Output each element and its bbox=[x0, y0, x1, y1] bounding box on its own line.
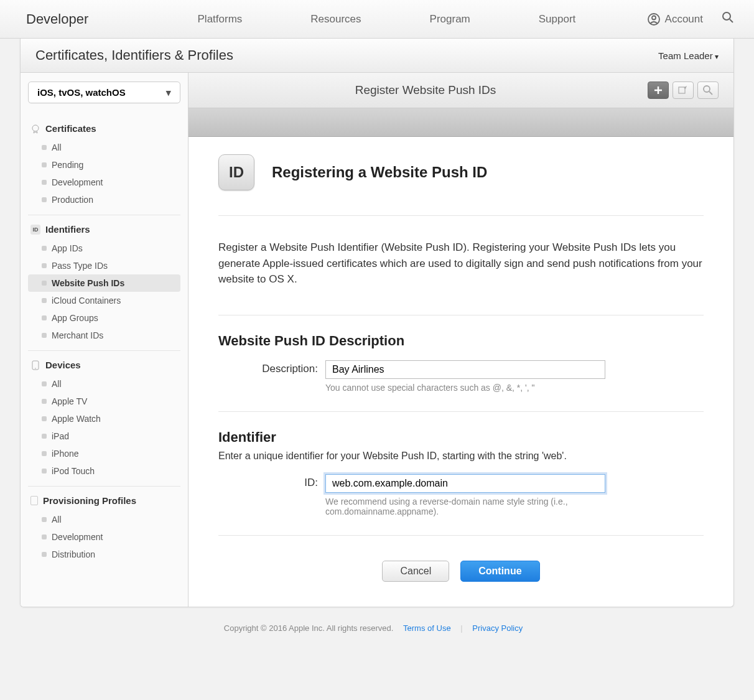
id-badge-icon: ID bbox=[30, 225, 40, 235]
svg-line-9 bbox=[709, 91, 712, 95]
sidebar-item-prov-all[interactable]: All bbox=[28, 511, 180, 528]
continue-button[interactable]: Continue bbox=[460, 561, 539, 582]
button-row: Cancel Continue bbox=[218, 536, 704, 582]
bullet-icon bbox=[42, 315, 47, 320]
sidebar-item-dev-all[interactable]: All bbox=[28, 375, 180, 393]
bullet-icon bbox=[42, 180, 47, 185]
sidebar-item-dev-applewatch[interactable]: Apple Watch bbox=[28, 410, 180, 427]
copyright: Copyright © 2016 Apple Inc. All rights r… bbox=[224, 623, 394, 633]
sidebar-item-cert-production[interactable]: Production bbox=[28, 191, 180, 208]
desc-section-title: Website Push ID Description bbox=[218, 333, 704, 349]
nav-support[interactable]: Support bbox=[539, 13, 576, 26]
edit-icon bbox=[678, 86, 688, 95]
sidebar-item-dev-ipodtouch[interactable]: iPod Touch bbox=[28, 462, 180, 480]
svg-line-3 bbox=[730, 19, 733, 22]
svg-point-1 bbox=[652, 16, 656, 19]
content-header-title: Register Website Push IDs bbox=[203, 83, 648, 97]
sidebar-header-identifiers[interactable]: ID Identifiers bbox=[28, 222, 180, 240]
bullet-icon bbox=[42, 333, 47, 338]
bullet-icon bbox=[42, 197, 47, 202]
id-hint: We recommend using a reverse-domain name… bbox=[325, 497, 605, 516]
sidebar-item-website-push-ids[interactable]: Website Push IDs bbox=[28, 274, 180, 292]
sidebar-item-icloud-containers[interactable]: iCloud Containers bbox=[28, 292, 180, 309]
nav-items: Platforms Resources Program Support bbox=[126, 13, 647, 26]
bullet-icon bbox=[42, 517, 47, 522]
account-link[interactable]: Account bbox=[648, 13, 703, 26]
svg-point-8 bbox=[704, 86, 710, 92]
sidebar-item-cert-all[interactable]: All bbox=[28, 139, 180, 156]
device-icon bbox=[30, 360, 40, 370]
footer: Copyright © 2016 Apple Inc. All rights r… bbox=[0, 607, 754, 658]
description-section: Website Push ID Description Description:… bbox=[218, 315, 704, 412]
search-icon[interactable] bbox=[722, 11, 734, 27]
sidebar-item-prov-distribution[interactable]: Distribution bbox=[28, 546, 180, 563]
cancel-button[interactable]: Cancel bbox=[382, 561, 449, 582]
description-input[interactable] bbox=[325, 360, 605, 379]
plus-icon bbox=[654, 86, 663, 95]
sidebar-item-prov-development[interactable]: Development bbox=[28, 528, 180, 546]
sidebar-group-certificates: Certificates All Pending Development Pro… bbox=[28, 114, 180, 215]
body-area: iOS, tvOS, watchOS Certificates All Pend… bbox=[21, 73, 733, 607]
bullet-icon bbox=[42, 534, 47, 539]
gray-band bbox=[188, 108, 733, 137]
bullet-icon bbox=[42, 162, 47, 167]
magnify-icon bbox=[703, 85, 713, 95]
id-subtext: Enter a unique identifier for your Websi… bbox=[218, 450, 704, 462]
brand-label[interactable]: Developer bbox=[26, 11, 88, 27]
account-icon bbox=[648, 13, 660, 26]
bullet-icon bbox=[42, 399, 47, 404]
svg-point-6 bbox=[35, 368, 36, 369]
account-label: Account bbox=[665, 13, 703, 26]
bullet-icon bbox=[42, 246, 47, 251]
bullet-icon bbox=[42, 281, 47, 286]
desc-hint: You cannot use special characters such a… bbox=[325, 383, 605, 393]
edit-button[interactable] bbox=[673, 82, 694, 99]
identifier-input[interactable] bbox=[325, 474, 605, 493]
sidebar-group-identifiers: ID Identifiers App IDs Pass Type IDs Web… bbox=[28, 215, 180, 351]
form-heading: ID Registering a Website Push ID bbox=[218, 154, 704, 216]
sidebar-header-certificates[interactable]: Certificates bbox=[28, 121, 180, 139]
certificate-icon bbox=[30, 124, 40, 134]
search-button[interactable] bbox=[697, 82, 719, 99]
privacy-link[interactable]: Privacy Policy bbox=[472, 623, 523, 633]
bullet-icon bbox=[42, 469, 47, 474]
nav-program[interactable]: Program bbox=[430, 13, 470, 26]
content: Register Website Push IDs ID bbox=[188, 73, 733, 607]
add-button[interactable] bbox=[648, 82, 669, 99]
main-container: Certificates, Identifiers & Profiles Tea… bbox=[20, 39, 734, 607]
nav-resources[interactable]: Resources bbox=[310, 13, 361, 26]
sidebar-item-dev-ipad[interactable]: iPad bbox=[28, 427, 180, 445]
bullet-icon bbox=[42, 298, 47, 303]
team-dropdown[interactable]: Team Leader bbox=[658, 50, 719, 61]
sidebar-item-app-ids[interactable]: App IDs bbox=[28, 240, 180, 257]
svg-point-4 bbox=[32, 125, 39, 131]
document-icon bbox=[30, 496, 38, 505]
intro-text: Register a Website Push Identifier (Webs… bbox=[218, 216, 704, 315]
sidebar-item-merchant-ids[interactable]: Merchant IDs bbox=[28, 327, 180, 344]
svg-rect-7 bbox=[679, 87, 685, 93]
bullet-icon bbox=[42, 552, 47, 557]
bullet-icon bbox=[42, 451, 47, 456]
sidebar-item-app-groups[interactable]: App Groups bbox=[28, 309, 180, 327]
sidebar-header-provisioning[interactable]: Provisioning Profiles bbox=[28, 493, 180, 511]
id-label: ID: bbox=[218, 474, 318, 489]
sidebar-item-pass-type-ids[interactable]: Pass Type IDs bbox=[28, 257, 180, 274]
sidebar-item-dev-iphone[interactable]: iPhone bbox=[28, 445, 180, 462]
sidebar-group-provisioning: Provisioning Profiles All Development Di… bbox=[28, 487, 180, 569]
section-header: Certificates, Identifiers & Profiles Tea… bbox=[21, 39, 733, 73]
sidebar: iOS, tvOS, watchOS Certificates All Pend… bbox=[21, 73, 188, 607]
top-nav: Developer Platforms Resources Program Su… bbox=[0, 0, 754, 39]
sidebar-item-cert-development[interactable]: Development bbox=[28, 174, 180, 191]
sidebar-header-devices[interactable]: Devices bbox=[28, 357, 180, 375]
terms-link[interactable]: Terms of Use bbox=[403, 623, 451, 633]
bullet-icon bbox=[42, 381, 47, 386]
id-section-title: Identifier bbox=[218, 429, 704, 446]
sidebar-item-dev-appletv[interactable]: Apple TV bbox=[28, 393, 180, 410]
bullet-icon bbox=[42, 416, 47, 421]
svg-point-2 bbox=[723, 12, 730, 20]
sidebar-item-cert-pending[interactable]: Pending bbox=[28, 156, 180, 174]
desc-label: Description: bbox=[218, 360, 318, 375]
platform-select[interactable]: iOS, tvOS, watchOS bbox=[28, 82, 180, 103]
form-area: ID Registering a Website Push ID Registe… bbox=[188, 137, 733, 607]
nav-platforms[interactable]: Platforms bbox=[198, 13, 243, 26]
